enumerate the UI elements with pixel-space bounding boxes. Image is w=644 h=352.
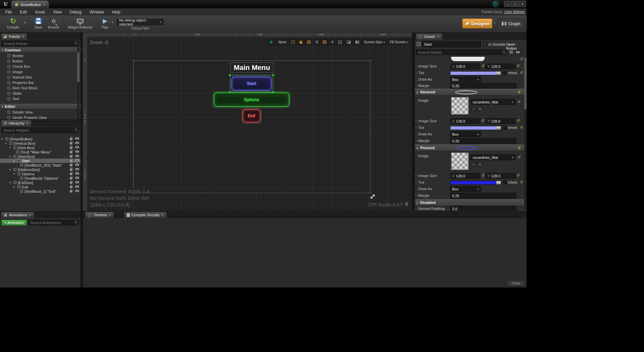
debug-object-dropdown[interactable]: No debug object selected ▾ (117, 19, 164, 25)
status-globe-icon[interactable] (492, 1, 499, 7)
eye-icon[interactable] (75, 164, 79, 166)
tab-timeline[interactable]: Timeline × (85, 212, 114, 218)
browse-to-asset-button[interactable] (477, 106, 482, 112)
expander-icon[interactable]: ▾ (1, 138, 4, 140)
tint-color-swatch[interactable] (450, 181, 501, 185)
clear-button[interactable]: Clear (507, 280, 525, 286)
animations-search-input[interactable] (28, 220, 79, 225)
image-size-x-field[interactable]: X128.0 (450, 118, 480, 124)
tab-details[interactable]: Details × (416, 33, 442, 40)
details-scrollbar[interactable] (524, 57, 527, 210)
reset-icon[interactable]: ↺ (518, 146, 521, 150)
palette-item-image[interactable]: Image (0, 69, 76, 75)
close-icon[interactable]: × (22, 35, 24, 39)
margin-input[interactable] (450, 83, 517, 89)
reset-icon[interactable]: ↺ (481, 119, 484, 123)
zoom-to-fit-button[interactable] (336, 39, 344, 45)
lock-icon[interactable] (70, 186, 72, 188)
canvas-viewport[interactable]: Zoom -3 Main Menu Start Options Exit Dev… (87, 37, 412, 211)
tab-hierarchy[interactable]: Hierarchy × (1, 120, 32, 126)
menu-asset[interactable]: Asset (35, 10, 45, 14)
compile-button[interactable]: ↻ Compile (3, 16, 23, 32)
palette-search-input[interactable] (1, 41, 79, 46)
brush-image-thumbnail[interactable] (451, 97, 469, 115)
expander-icon[interactable]: ▷ (416, 72, 417, 74)
margin-input[interactable] (450, 138, 517, 144)
eye-icon[interactable] (75, 150, 79, 153)
maximize-button[interactable]: □ (512, 1, 519, 7)
hierarchy-row-size-box[interactable]: ▾[Size Box] (0, 145, 80, 150)
reset-icon[interactable]: ↺ (517, 173, 520, 178)
reset-icon[interactable]: ↺ (520, 180, 523, 184)
palette-item-slider[interactable]: Slider (0, 91, 76, 96)
palette-item-checkbox[interactable]: Check Box (0, 64, 76, 69)
localization-preview-button[interactable] (267, 39, 275, 45)
image-size-x-field[interactable]: X128.0 (450, 173, 480, 179)
inherit-checkbox[interactable] (503, 126, 507, 130)
hierarchy-row-smartbutton[interactable]: ▾[SmartButton] (0, 137, 80, 141)
lock-icon[interactable] (70, 182, 72, 184)
eye-icon[interactable] (75, 190, 79, 192)
expander-icon[interactable]: ▾ (9, 155, 12, 158)
canvas-button-start[interactable]: Start (231, 77, 272, 91)
widget-name-input[interactable] (422, 41, 481, 47)
expander-icon[interactable]: ▷ (416, 174, 417, 177)
lock-icon[interactable] (70, 173, 72, 175)
palette-section-editor[interactable]: ▾ Editor (0, 104, 80, 109)
expander-icon[interactable]: ▷ (416, 139, 417, 142)
display-filter-button[interactable] (515, 50, 520, 55)
menu-view[interactable]: View (53, 10, 62, 14)
play-options-caret-icon[interactable]: ▾ (112, 21, 114, 24)
reset-icon[interactable]: ↺ (520, 57, 523, 61)
palette-scrollbar[interactable] (77, 47, 79, 119)
property-matrix-button[interactable] (509, 50, 514, 55)
close-icon[interactable]: × (29, 213, 31, 217)
lock-icon[interactable] (70, 138, 72, 140)
draw-as-dropdown[interactable]: Box▾ (450, 77, 481, 82)
expander-icon[interactable]: ▷ (416, 207, 417, 210)
lock-icon[interactable] (70, 151, 72, 153)
reset-icon[interactable]: ↺ (518, 155, 521, 160)
image-size-y-field[interactable]: Y128.0 (485, 118, 516, 124)
lock-icon[interactable] (70, 160, 72, 162)
reset-icon[interactable]: ↺ (517, 119, 520, 123)
designer-mode-button[interactable]: Designer (462, 18, 492, 29)
lock-icon[interactable] (70, 190, 72, 192)
expander-icon[interactable]: ▷ (416, 120, 417, 122)
close-icon[interactable]: × (437, 35, 439, 39)
normal-padding-input[interactable] (450, 206, 517, 211)
lock-icon[interactable] (70, 147, 72, 149)
canvas-button-options[interactable]: Options (214, 92, 289, 107)
use-selected-asset-button[interactable]: ← (471, 106, 476, 112)
palette-item-single-property-view[interactable]: Single Property View (0, 115, 76, 119)
lock-icon[interactable] (70, 156, 72, 158)
expander-icon[interactable]: ▾ (9, 168, 12, 171)
eye-icon[interactable] (75, 172, 79, 175)
hierarchy-row-textblock-181[interactable]: [TextBlock_181] "Start" (0, 163, 80, 167)
inherit-checkbox[interactable] (503, 71, 507, 75)
flip-preview-button[interactable] (354, 39, 361, 45)
section-disabled[interactable]: ▷ Disabled (415, 199, 524, 206)
scrollbar-thumb[interactable] (77, 52, 79, 82)
respect-locks-button[interactable]: R (314, 39, 320, 45)
palette-item-text[interactable]: Text (0, 96, 76, 101)
parent-class-link[interactable]: User Widget (504, 10, 525, 14)
tab-compiler-results[interactable]: Compiler Results × (124, 212, 167, 218)
widget-reflector-button[interactable]: Widget Reflector (66, 16, 95, 32)
add-animation-button[interactable]: + Animation (1, 220, 27, 226)
reset-icon[interactable]: ↺ (518, 100, 521, 104)
hierarchy-row-startsize[interactable]: ▾[StartSize] (0, 154, 80, 159)
save-button[interactable]: Save (32, 16, 45, 32)
localization-none-button[interactable]: None (276, 39, 288, 45)
section-hovered[interactable]: ▾ Hovered ↺ (415, 89, 524, 95)
expander-icon[interactable]: ▷ (416, 126, 417, 129)
menu-edit[interactable]: Edit (20, 10, 27, 14)
material-dropdown[interactable]: vscanlines_Mat▾ (471, 99, 516, 105)
is-variable-checkbox[interactable]: ✓ (483, 42, 487, 46)
reset-icon[interactable]: ↺ (520, 125, 523, 130)
hierarchy-row-exitsize[interactable]: ▾[ExitSize] (0, 180, 80, 185)
lock-icon[interactable] (70, 177, 72, 179)
menu-debug[interactable]: Debug (70, 10, 82, 14)
details-search-input[interactable] (416, 49, 507, 55)
scrollbar-thumb[interactable] (524, 57, 527, 109)
